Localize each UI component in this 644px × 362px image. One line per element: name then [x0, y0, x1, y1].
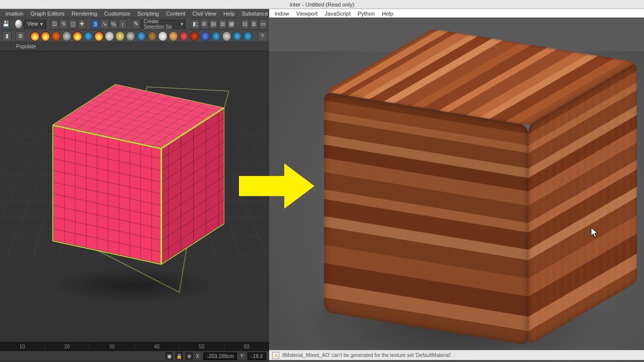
- plugin-list-icon[interactable]: ≣: [16, 31, 25, 41]
- window-title: inter - Untitled (Read only): [0, 0, 644, 9]
- fire-1-icon[interactable]: [30, 31, 40, 41]
- paint-icon[interactable]: [179, 31, 189, 41]
- tick-60: 60: [224, 344, 269, 349]
- wood-face-front: [324, 92, 528, 345]
- painter-status-bar: ⚠ ItMaterial_Mixed_AO' can't be generate…: [269, 350, 644, 360]
- coord-y-value[interactable]: -19.3: [248, 352, 266, 360]
- blood-icon[interactable]: [190, 31, 199, 41]
- snap-icon[interactable]: ⊕: [186, 352, 193, 359]
- ocean-icon[interactable]: [211, 31, 221, 41]
- material-sphere-icon[interactable]: [15, 19, 23, 29]
- menu-scripting[interactable]: Scripting: [134, 11, 163, 17]
- ribbon-tabs: Populate: [0, 42, 269, 51]
- tool-snap-3[interactable]: 3: [91, 19, 99, 29]
- menu-graph-editors[interactable]: Graph Editors: [27, 11, 68, 17]
- menu-javascript[interactable]: JavaScript: [321, 11, 354, 17]
- liquid-1-icon[interactable]: [136, 31, 146, 41]
- ribbon-tab-populate[interactable]: Populate: [16, 44, 36, 49]
- tool-b[interactable]: ↯: [59, 19, 67, 29]
- tool-a[interactable]: ⊡: [50, 19, 58, 29]
- honey-icon[interactable]: [169, 31, 178, 41]
- tick-40: 40: [135, 344, 180, 349]
- waterfall-icon[interactable]: [232, 31, 242, 41]
- dust-icon[interactable]: [115, 31, 125, 41]
- water-1-icon[interactable]: [84, 31, 93, 41]
- painter-status-msg: ItMaterial_Mixed_AO' can't be generated …: [282, 352, 452, 358]
- menu-substance[interactable]: Substance: [238, 11, 272, 17]
- tool-angle[interactable]: ↘: [100, 19, 108, 29]
- help-icon[interactable]: ?: [258, 31, 267, 41]
- coffee-icon[interactable]: [158, 31, 168, 41]
- lock-icon[interactable]: 🔒: [176, 352, 183, 359]
- yellow-arrow-overlay: [236, 161, 317, 211]
- layout-ex2-icon[interactable]: ⊞: [250, 19, 258, 29]
- viewport-painter[interactable]: ⚠ ItMaterial_Mixed_AO' can't be generate…: [269, 51, 644, 362]
- candle-icon[interactable]: [94, 31, 104, 41]
- menu-content[interactable]: Content: [163, 11, 189, 17]
- foam-icon[interactable]: [222, 31, 231, 41]
- cube-shadow: [50, 267, 216, 303]
- coord-x-value[interactable]: -203.188cm: [203, 352, 237, 360]
- isolate-icon[interactable]: ▣: [166, 352, 173, 359]
- view-dropdown[interactable]: View▾: [24, 20, 46, 29]
- layout-list1-icon[interactable]: ≣: [200, 19, 208, 29]
- tool-c[interactable]: ◫: [69, 19, 77, 29]
- wood-cube[interactable]: [378, 60, 583, 314]
- plugin-toolbar: ▮ ≣ ?: [0, 30, 269, 42]
- smoke-icon[interactable]: [62, 31, 71, 41]
- tool-percent[interactable]: %: [110, 19, 118, 29]
- wave-icon[interactable]: [243, 31, 253, 41]
- menubar-painter: indow Viewport JavaScript Python Help: [269, 9, 644, 18]
- tool-mirror[interactable]: ◧: [191, 19, 199, 29]
- menubar-3dsmax: imation Graph Editors Rendering Customiz…: [0, 9, 269, 18]
- tick-10: 10: [0, 344, 45, 349]
- warning-icon[interactable]: ⚠: [272, 352, 279, 359]
- menu-imation[interactable]: imation: [2, 11, 27, 17]
- fire-3-icon[interactable]: [72, 31, 82, 41]
- status-bar: ▣ 🔒 ⊕ X: -203.188cm Y: -19.3: [0, 352, 269, 360]
- explosion-icon[interactable]: [51, 31, 61, 41]
- main-toolbar: 💾 View▾ ⊡ ↯ ◫ ✚ 3 ↘ % ↕ ✎ Create Selecti…: [0, 18, 269, 30]
- fire-2-icon[interactable]: [41, 31, 50, 41]
- tool-spinner[interactable]: ↕: [119, 19, 127, 29]
- layout-grid-icon[interactable]: ⊞: [218, 19, 226, 29]
- tick-50: 50: [180, 344, 224, 349]
- menu-window[interactable]: indow: [271, 11, 293, 17]
- mouse-cursor-icon: [591, 227, 599, 238]
- cloud-icon[interactable]: [105, 31, 114, 41]
- view-dropdown-label: View: [27, 21, 38, 27]
- tool-edit[interactable]: ✎: [132, 19, 140, 29]
- ribbon-collapse-icon[interactable]: ▮: [2, 31, 12, 41]
- steam-icon[interactable]: [126, 31, 135, 41]
- wireframe-cube[interactable]: [84, 105, 193, 245]
- layout-list2-icon[interactable]: ▤: [209, 19, 217, 29]
- cube-face-front: [52, 125, 162, 265]
- coord-y-label: Y:: [240, 353, 245, 359]
- menu-customize[interactable]: Customize: [101, 11, 134, 17]
- layout-ex3-icon[interactable]: ▭: [259, 19, 267, 29]
- menu-python[interactable]: Python: [354, 11, 378, 17]
- ink-icon[interactable]: [200, 31, 210, 41]
- menu-civil-view[interactable]: Civil View: [189, 11, 219, 17]
- save-icon[interactable]: 💾: [2, 19, 10, 29]
- tick-20: 20: [45, 344, 90, 349]
- layout-ex1-icon[interactable]: ⊟: [241, 19, 249, 29]
- menu-help[interactable]: Help: [220, 11, 238, 17]
- timeline-ruler[interactable]: 10 20 30 40 50 60: [0, 342, 269, 351]
- viewport-3dsmax[interactable]: 10 20 30 40 50 60 ▣ 🔒 ⊕ X: -203.188cm Y:…: [0, 51, 269, 362]
- menu-help-right[interactable]: Help: [378, 11, 397, 17]
- beer-icon[interactable]: [147, 31, 157, 41]
- tick-30: 30: [90, 344, 134, 349]
- menu-rendering[interactable]: Rendering: [68, 11, 101, 17]
- coord-x-label: X:: [196, 353, 200, 359]
- selection-set-dropdown[interactable]: Create Selection Se▾: [141, 20, 186, 29]
- menu-viewport[interactable]: Viewport: [293, 11, 321, 17]
- tool-d[interactable]: ✚: [78, 19, 86, 29]
- layout-panels-icon[interactable]: ▦: [227, 19, 235, 29]
